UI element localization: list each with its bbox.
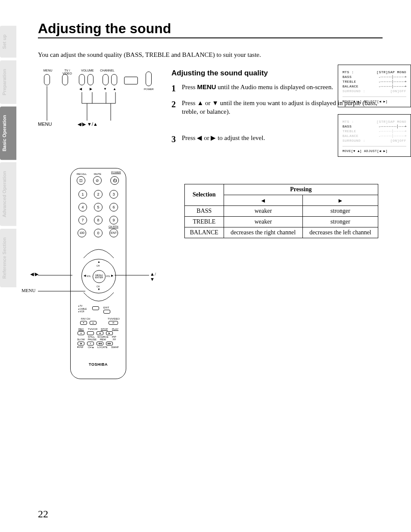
tv-panel-diagram: MENU TV / VIDEO VOLUME CHANNEL POWER ◀ ▶… bbox=[38, 69, 159, 129]
table-row: TREBLEweakerstronger bbox=[185, 216, 378, 227]
menu-enter-button: MENU/ ENTER bbox=[93, 270, 106, 283]
th-left-arrow: ◀ bbox=[224, 195, 302, 205]
selection-table: Selection Pressing ◀ ▶ BASSweakerstronge… bbox=[184, 184, 378, 238]
power-button: ⏻ bbox=[110, 176, 119, 185]
digit-7: 7 bbox=[78, 216, 87, 224]
remote-label-chrtn: CH RTN bbox=[109, 225, 118, 228]
digit-9: 9 bbox=[109, 216, 118, 224]
remote-callout-menu: MENU bbox=[22, 288, 35, 293]
th-pressing: Pressing bbox=[224, 184, 378, 195]
remote-label-mute: MUTE bbox=[94, 173, 101, 175]
pause-button: ıı bbox=[87, 342, 94, 345]
dpad-down-label: CH bbox=[97, 285, 100, 288]
tv-panel-lines bbox=[38, 69, 159, 129]
favch-down: ▼ bbox=[80, 321, 87, 325]
tab-basic-operation: Basic Operation bbox=[0, 106, 16, 160]
digit-5: 5 bbox=[94, 203, 103, 212]
page-title: Adjusting the sound bbox=[38, 21, 383, 38]
osd-footer: MOVE[▼ ▲] SELECT[◀ ▶] bbox=[342, 96, 406, 103]
digit-6: 6 bbox=[109, 203, 118, 212]
step-number: 3 bbox=[171, 134, 177, 145]
favch-up: ▲ bbox=[90, 321, 97, 325]
digit-1: 1 bbox=[78, 190, 87, 199]
tvvcr-button bbox=[87, 331, 94, 335]
mute-button: ⊘ bbox=[93, 176, 102, 185]
remote-brand: TOSHIBA bbox=[71, 362, 126, 367]
remote-callout-ud: ▲/▼ bbox=[150, 271, 156, 282]
tab-setup: Set up bbox=[0, 26, 16, 58]
side-nav-tabs: Set up Preparation Basic Operation Advan… bbox=[0, 26, 16, 287]
digit-3: 3 bbox=[109, 190, 118, 199]
tvvideo-button: ⊟ bbox=[109, 321, 118, 325]
exit-button bbox=[103, 310, 110, 314]
dpad-left-label: VOL bbox=[87, 275, 91, 277]
page-number: 22 bbox=[38, 508, 48, 520]
step-number: 2 bbox=[171, 99, 177, 110]
play-button: ▶ bbox=[106, 331, 113, 335]
remote-label-power: POWER bbox=[111, 171, 121, 174]
dpad: ▲ ▼ ◀ ▶ CH CH VOL VOL MENU/ ENTER bbox=[81, 259, 116, 293]
ent-button: ENT bbox=[109, 229, 118, 237]
remote-callout-lr: ◀/▶ bbox=[30, 271, 38, 277]
rew-button: ◀◀ bbox=[97, 342, 103, 345]
rec-button: ● bbox=[78, 331, 84, 335]
digit-8: 8 bbox=[94, 216, 103, 224]
th-right-arrow: ▶ bbox=[303, 195, 378, 205]
dpad-up-label: CH bbox=[97, 264, 100, 267]
ff-button: ▶▶ bbox=[106, 342, 113, 345]
intro-text: You can adjust the sound quality (BASS, … bbox=[38, 51, 383, 59]
remote-diagram: RECALL MUTE POWER ⊡ ⊘ ⏻ 1 2 3 4 5 6 7 8 … bbox=[70, 168, 126, 379]
digit-4: 4 bbox=[78, 203, 87, 212]
slow-button: ı▶ bbox=[78, 342, 84, 345]
digit-2: 2 bbox=[94, 190, 103, 199]
switch-button bbox=[92, 306, 99, 310]
digit-0: 0 bbox=[94, 229, 103, 237]
tv-callout-menu: MENU bbox=[38, 121, 52, 127]
digit-100: 100 bbox=[78, 229, 86, 237]
table-row: BASSweakerstronger bbox=[185, 205, 378, 216]
recall-button: ⊡ bbox=[77, 176, 85, 185]
step-number: 1 bbox=[171, 83, 177, 94]
remote-diagram-wrap: RECALL MUTE POWER ⊡ ⊘ ⏻ 1 2 3 4 5 6 7 8 … bbox=[42, 168, 154, 379]
osd-footer: MOVE[▼ ▲] ADJUST[◀ ▶] bbox=[342, 146, 406, 153]
osd-screen-1: MTS :[STR]SAP MONO BASS-·······│·······+… bbox=[338, 65, 411, 107]
th-selection: Selection bbox=[185, 184, 224, 205]
tab-advanced-operation: Advanced Operation bbox=[0, 162, 16, 226]
osd-screen-2: MTS :[STR]SAP MONO BASS-··········│····+… bbox=[338, 114, 411, 157]
remote-label-recall: RECALL bbox=[77, 173, 87, 175]
source-switch: ▸TV▸CABLE▸VCR bbox=[78, 305, 87, 313]
tv-callout-arrows: ◀/▶ ▼/▲ bbox=[78, 121, 98, 127]
tab-preparation: Preparation bbox=[0, 60, 16, 104]
dpad-right-label: VOL bbox=[106, 275, 110, 277]
stop-button: ■ bbox=[97, 331, 103, 335]
table-row: BALANCEdecreases the right channeldecrea… bbox=[185, 227, 378, 238]
tab-reference-section: Reference Section bbox=[0, 229, 16, 287]
